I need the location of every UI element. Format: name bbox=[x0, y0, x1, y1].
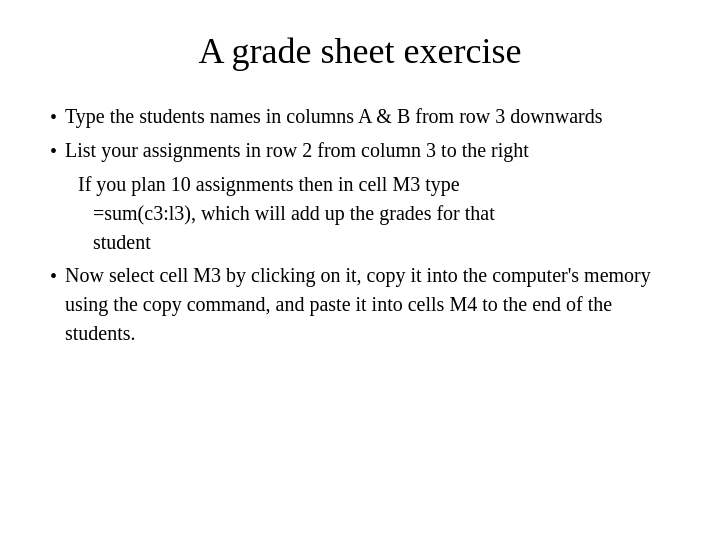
paragraph-block: If you plan 10 assignments then in cell … bbox=[78, 170, 670, 257]
slide: A grade sheet exercise • Type the studen… bbox=[0, 0, 720, 540]
paragraph-line3: student bbox=[78, 231, 151, 253]
paragraph-line1: If you plan 10 assignments then in cell … bbox=[78, 173, 460, 195]
bullet-symbol-1: • bbox=[50, 103, 57, 132]
bullet-symbol-3: • bbox=[50, 262, 57, 291]
bullet-text-3: Now select cell M3 by clicking on it, co… bbox=[65, 261, 670, 348]
bullet-text-1: Type the students names in columns A & B… bbox=[65, 102, 670, 131]
slide-title: A grade sheet exercise bbox=[50, 30, 670, 72]
bullet-item-3: • Now select cell M3 by clicking on it, … bbox=[50, 261, 670, 348]
bullet-text-2: List your assignments in row 2 from colu… bbox=[65, 136, 670, 165]
paragraph-line2: =sum(c3:l3), which will add up the grade… bbox=[78, 202, 495, 224]
bullet-item-1: • Type the students names in columns A &… bbox=[50, 102, 670, 132]
bullet-item-2: • List your assignments in row 2 from co… bbox=[50, 136, 670, 166]
bullet-symbol-2: • bbox=[50, 137, 57, 166]
slide-content: • Type the students names in columns A &… bbox=[50, 102, 670, 510]
